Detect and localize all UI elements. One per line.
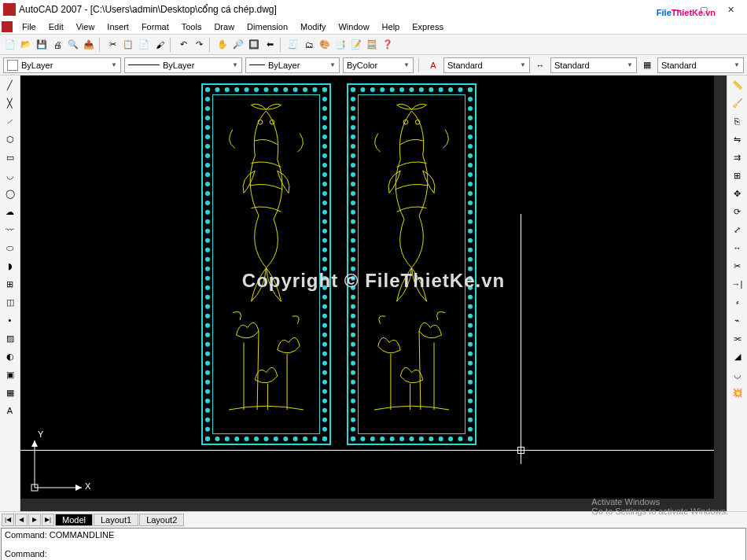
text-style-dropdown[interactable]: Standard ▼ xyxy=(443,57,530,73)
make-block-icon[interactable]: ◫ xyxy=(2,294,18,310)
markup-icon[interactable]: 📝 xyxy=(349,38,363,52)
point-icon[interactable]: • xyxy=(2,312,18,328)
arc-icon[interactable]: ◡ xyxy=(2,168,18,183)
pan-icon[interactable]: ✋ xyxy=(215,38,230,52)
menu-format[interactable]: Format xyxy=(135,20,175,33)
break-icon[interactable]: ⌁ xyxy=(730,312,745,328)
move-icon[interactable]: ✥ xyxy=(730,186,745,201)
rectangle-icon[interactable]: ▭ xyxy=(2,149,18,165)
tab-layout2[interactable]: Layout2 xyxy=(139,514,184,526)
menu-help[interactable]: Help xyxy=(376,20,407,33)
hatch-icon[interactable]: ▨ xyxy=(2,330,18,346)
line-icon[interactable]: ╱ xyxy=(2,77,18,93)
table-icon[interactable]: ▦ xyxy=(2,385,18,400)
zoom-realtime-icon[interactable]: 🔎 xyxy=(231,38,245,52)
menu-file[interactable]: File xyxy=(16,20,42,33)
dim-style-icon[interactable]: ↔ xyxy=(533,58,547,72)
menu-edit[interactable]: Edit xyxy=(42,20,70,33)
scale-icon[interactable]: ⤢ xyxy=(730,222,745,238)
command-input[interactable] xyxy=(47,549,742,558)
insert-block-icon[interactable]: ⊞ xyxy=(2,276,18,292)
tab-nav-first[interactable]: |◀ xyxy=(2,514,14,526)
horizontal-scrollbar[interactable] xyxy=(20,499,727,511)
close-button[interactable]: ✕ xyxy=(717,2,744,17)
paste-icon[interactable]: 📄 xyxy=(137,38,151,52)
menu-insert[interactable]: Insert xyxy=(101,20,135,33)
stretch-icon[interactable]: ↔ xyxy=(730,240,745,256)
dim-style-dropdown[interactable]: Standard ▼ xyxy=(550,57,637,73)
match-prop-icon[interactable]: 🖌 xyxy=(153,38,167,52)
xline-icon[interactable]: ╳ xyxy=(2,95,18,111)
explode-icon[interactable]: 💥 xyxy=(730,385,745,400)
zoom-window-icon[interactable]: 🔲 xyxy=(247,38,261,52)
gradient-icon[interactable]: ◐ xyxy=(2,348,18,364)
vertical-scrollbar[interactable] xyxy=(714,76,727,499)
linetype-dropdown[interactable]: ByLayer ▼ xyxy=(124,57,242,73)
trim-icon[interactable]: ✂ xyxy=(730,258,745,274)
cut-icon[interactable]: ✂ xyxy=(105,38,120,52)
plotstyle-dropdown[interactable]: ByColor ▼ xyxy=(343,57,414,73)
open-icon[interactable]: 📂 xyxy=(19,38,33,52)
ellipse-icon[interactable]: ⬭ xyxy=(2,240,18,256)
new-icon[interactable]: 📄 xyxy=(3,38,17,52)
polyline-icon[interactable]: ⟋ xyxy=(2,113,18,129)
tab-nav-prev[interactable]: ◀ xyxy=(15,514,28,526)
join-icon[interactable]: ⫘ xyxy=(730,330,745,346)
table-style-dropdown[interactable]: Standard ▼ xyxy=(657,57,744,73)
polygon-icon[interactable]: ⬡ xyxy=(2,131,18,147)
separator xyxy=(418,58,421,72)
extend-icon[interactable]: →| xyxy=(730,276,745,292)
fillet-icon[interactable]: ◡ xyxy=(730,367,745,382)
redo-icon[interactable]: ↷ xyxy=(192,38,206,52)
menu-window[interactable]: Window xyxy=(332,20,375,33)
offset-icon[interactable]: ⇉ xyxy=(730,149,745,165)
lineweight-dropdown[interactable]: ByLayer ▼ xyxy=(245,57,340,73)
region-icon[interactable]: ▣ xyxy=(2,367,18,382)
tab-nav-last[interactable]: ▶| xyxy=(42,514,54,526)
drawing-canvas[interactable]: X Y Copyright © FileThietKe.vn xyxy=(20,76,727,511)
properties-icon[interactable]: 🧾 xyxy=(286,38,300,52)
revision-cloud-icon[interactable]: ☁ xyxy=(2,204,18,219)
plot-preview-icon[interactable]: 🔍 xyxy=(66,38,80,52)
menu-draw[interactable]: Draw xyxy=(208,20,241,33)
tab-model[interactable]: Model xyxy=(55,514,93,526)
erase-icon[interactable]: 🧹 xyxy=(730,95,745,111)
distance-icon[interactable]: 📏 xyxy=(730,77,745,93)
mirror-icon[interactable]: ⇋ xyxy=(730,131,745,147)
zoom-previous-icon[interactable]: ⬅ xyxy=(263,38,277,52)
help-icon[interactable]: ❓ xyxy=(381,38,395,52)
menu-express[interactable]: Express xyxy=(406,20,450,33)
circle-icon[interactable]: ◯ xyxy=(2,186,18,201)
menu-view[interactable]: View xyxy=(70,20,101,33)
table-style-icon[interactable]: ▦ xyxy=(640,58,654,72)
plotstyle-value: ByColor xyxy=(347,61,377,70)
sheet-set-icon[interactable]: 📑 xyxy=(333,38,348,52)
chamfer-icon[interactable]: ◢ xyxy=(730,348,745,364)
menu-modify[interactable]: Modify xyxy=(294,20,332,33)
copy-icon[interactable]: 📋 xyxy=(121,38,135,52)
qcalc-icon[interactable]: 🧮 xyxy=(365,38,379,52)
lineweight-value: ByLayer xyxy=(268,61,300,70)
svg-marker-15 xyxy=(31,440,38,447)
menu-tools[interactable]: Tools xyxy=(175,20,208,33)
spline-icon[interactable]: 〰 xyxy=(2,222,18,238)
break-at-icon[interactable]: ⸗ xyxy=(730,294,745,310)
design-center-icon[interactable]: 🗂 xyxy=(302,38,316,52)
menu-dimension[interactable]: Dimension xyxy=(241,20,294,33)
array-icon[interactable]: ⊞ xyxy=(730,168,745,183)
tab-layout1[interactable]: Layout1 xyxy=(94,514,138,526)
tool-palettes-icon[interactable]: 🎨 xyxy=(318,38,332,52)
text-style-icon[interactable]: A xyxy=(426,58,440,72)
tab-nav-next[interactable]: ▶ xyxy=(28,514,41,526)
chevron-down-icon: ▼ xyxy=(403,61,410,68)
publish-icon[interactable]: 📤 xyxy=(82,38,96,52)
mtext-icon[interactable]: A xyxy=(2,403,18,418)
rotate-icon[interactable]: ⟳ xyxy=(730,204,745,219)
undo-icon[interactable]: ↶ xyxy=(176,38,190,52)
command-window[interactable]: Command: COMMANDLINE Command: xyxy=(1,528,746,560)
ellipse-arc-icon[interactable]: ◗ xyxy=(2,258,18,274)
layer-color-dropdown[interactable]: ByLayer ▼ xyxy=(3,57,121,73)
save-icon[interactable]: 💾 xyxy=(35,38,49,52)
copy-object-icon[interactable]: ⎘ xyxy=(730,113,745,129)
print-icon[interactable]: 🖨 xyxy=(50,38,64,52)
